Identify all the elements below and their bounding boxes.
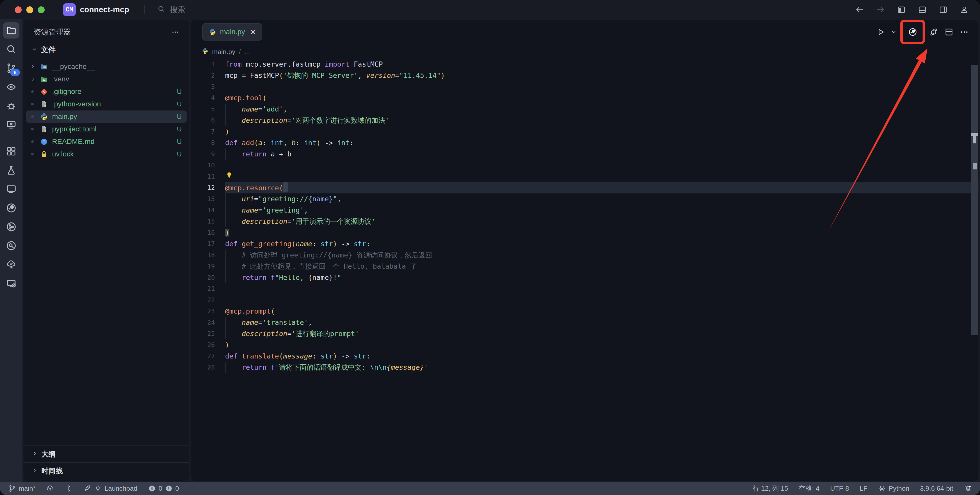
tab-main-py[interactable]: main.py ×	[202, 23, 262, 41]
activity-remote-terminal[interactable]	[3, 116, 19, 133]
close-tab-icon[interactable]: ×	[251, 28, 256, 36]
file-row-uv-lock[interactable]: uv.lockU	[26, 148, 187, 160]
activity-search[interactable]	[3, 41, 19, 57]
more-actions-button[interactable]	[958, 25, 971, 38]
commit-graph-button[interactable]	[65, 485, 73, 492]
code-line-20[interactable]: 20 return f"Hello, {name}!"	[191, 272, 978, 283]
run-button[interactable]	[874, 25, 887, 38]
back-button[interactable]	[855, 5, 864, 14]
editor-scrollbar[interactable]	[971, 65, 978, 335]
status-text: main*	[19, 485, 35, 492]
file-row-main-py[interactable]: main.pyU	[26, 110, 187, 123]
activity-live-preview[interactable]	[3, 181, 19, 197]
indentation[interactable]: 空格: 4	[799, 484, 819, 493]
minimize-window-button[interactable]	[26, 6, 33, 13]
project-selector[interactable]: CM connect-mcp	[63, 3, 133, 16]
activity-source-control[interactable]: 6	[3, 60, 19, 76]
code-line-28[interactable]: 28 return f'请将下面的话语翻译成中文: \n\n{message}'	[191, 362, 978, 373]
activity-extensions-grid[interactable]	[3, 143, 19, 159]
toggle-sidebar-button[interactable]	[897, 5, 906, 14]
code-line-5[interactable]: 5 name='add',	[191, 103, 978, 115]
publish-button[interactable]	[46, 485, 54, 492]
lightbulb-icon[interactable]	[225, 171, 233, 179]
problems-button[interactable]: 00	[148, 485, 179, 492]
activity-remote-x[interactable]	[3, 275, 19, 292]
code-line-16[interactable]: 16)	[191, 227, 978, 238]
zoom-window-button[interactable]	[38, 6, 45, 13]
code-line-26[interactable]: 26)	[191, 339, 978, 350]
activity-code-search[interactable]	[3, 237, 19, 254]
cursor-position[interactable]: 行 12, 列 15	[752, 484, 788, 493]
toggle-secondary-sidebar-button[interactable]	[939, 5, 948, 14]
openmcp-button[interactable]	[900, 20, 925, 44]
files-section-label: 文件	[41, 45, 56, 55]
code-line-18[interactable]: 18 # 访问处理 greeting://{name} 资源访问协议，然后返回	[191, 250, 978, 261]
code-line-4[interactable]: 4@mcp.tool(	[191, 92, 978, 103]
code-line-13[interactable]: 13 uri="greeting://{name}",	[191, 193, 978, 205]
line-number: 26	[191, 339, 225, 350]
code-line-25[interactable]: 25 description='进行翻译的prompt'	[191, 328, 978, 339]
code-line-9[interactable]: 9 return a + b	[191, 148, 978, 160]
file-row-readme-md[interactable]: README.mdU	[26, 135, 187, 148]
code-line-10[interactable]: 10	[191, 160, 978, 171]
code-line-1[interactable]: 1from mcp.server.fastmcp import FastMCP	[191, 59, 978, 70]
files-section-header[interactable]: 文件	[24, 40, 189, 59]
code-line-7[interactable]: 7)	[191, 126, 978, 137]
code-line-23[interactable]: 23@mcp.prompt(	[191, 306, 978, 317]
code-line-6[interactable]: 6 description='对两个数字进行实数域的加法'	[191, 115, 978, 126]
indent-guide	[225, 250, 226, 261]
status-text: LF	[860, 485, 867, 492]
git-file-icon	[40, 88, 51, 96]
activity-todo-tree[interactable]	[3, 256, 19, 273]
outline-section[interactable]: 大纲	[24, 446, 189, 462]
file-row-pyproject-toml[interactable]: pyproject.tomlU	[26, 123, 187, 135]
code-line-22[interactable]: 22	[191, 294, 978, 306]
global-search-button[interactable]: 搜索	[157, 5, 185, 15]
explorer-more-actions-button[interactable]	[171, 28, 180, 37]
language-mode[interactable]: Python	[878, 485, 909, 492]
chevron-down-icon	[31, 46, 38, 54]
line-number: 21	[191, 283, 225, 294]
code-line-11[interactable]: 11	[191, 171, 978, 182]
run-dropdown[interactable]	[889, 25, 898, 38]
code-line-12[interactable]: 12@mcp.resource(	[191, 182, 978, 193]
file-row-venv[interactable]: .venv	[26, 73, 187, 85]
timeline-section[interactable]: 时间线	[24, 462, 189, 479]
code-line-21[interactable]: 21	[191, 283, 978, 294]
close-window-button[interactable]	[15, 6, 22, 13]
activity-inspect[interactable]	[3, 79, 19, 95]
encoding[interactable]: UTF-8	[830, 485, 849, 492]
code-line-15[interactable]: 15 description='用于演示的一个资源协议'	[191, 216, 978, 227]
file-row-python-version[interactable]: .python-versionU	[26, 98, 187, 110]
toggle-panel-button[interactable]	[918, 5, 927, 14]
line-number: 4	[191, 92, 225, 103]
account-icon[interactable]	[959, 5, 969, 14]
eol[interactable]: LF	[860, 485, 867, 492]
code-line-14[interactable]: 14 name='greeting',	[191, 205, 978, 216]
activity-project-graph[interactable]	[3, 219, 19, 235]
code-line-24[interactable]: 24 name='translate',	[191, 317, 978, 328]
breadcrumb[interactable]: main.py / ...	[191, 45, 978, 59]
activity-testing[interactable]	[3, 162, 19, 178]
file-row-gitignore[interactable]: .gitignoreU	[26, 86, 187, 98]
code-line-17[interactable]: 17def get_greeting(name: str) -> str:	[191, 238, 978, 250]
code-line-2[interactable]: 2mcp = FastMCP('锦恢的 MCP Server', version…	[191, 70, 978, 81]
rocket-icon	[83, 485, 91, 492]
forward-button[interactable]	[876, 5, 885, 14]
activity-explorer[interactable]	[3, 22, 19, 38]
activity-openmcp[interactable]	[3, 200, 19, 216]
notifications[interactable]	[964, 485, 972, 492]
code-line-8[interactable]: 8def add(a: int, b: int) -> int:	[191, 137, 978, 148]
code-line-27[interactable]: 27def translate(message: str) -> str:	[191, 350, 978, 362]
code-line-19[interactable]: 19 # 此处方便起见，直接返回一个 Hello, balabala 了	[191, 261, 978, 272]
launchpad-button[interactable]: Launchpad	[83, 485, 137, 492]
file-row-pycache[interactable]: __pycache__	[26, 60, 187, 73]
git-branch-status[interactable]: main*	[8, 485, 35, 492]
code-line-3[interactable]: 3	[191, 81, 978, 92]
code-editor[interactable]: 1from mcp.server.fastmcp import FastMCP2…	[191, 59, 978, 481]
python-interpreter[interactable]: 3.9.6 64-bit	[920, 485, 953, 492]
open-changes-button[interactable]	[927, 25, 940, 38]
overview-ruler-mark	[973, 136, 976, 143]
activity-debug[interactable]	[3, 98, 19, 114]
split-editor-button[interactable]	[942, 25, 956, 38]
